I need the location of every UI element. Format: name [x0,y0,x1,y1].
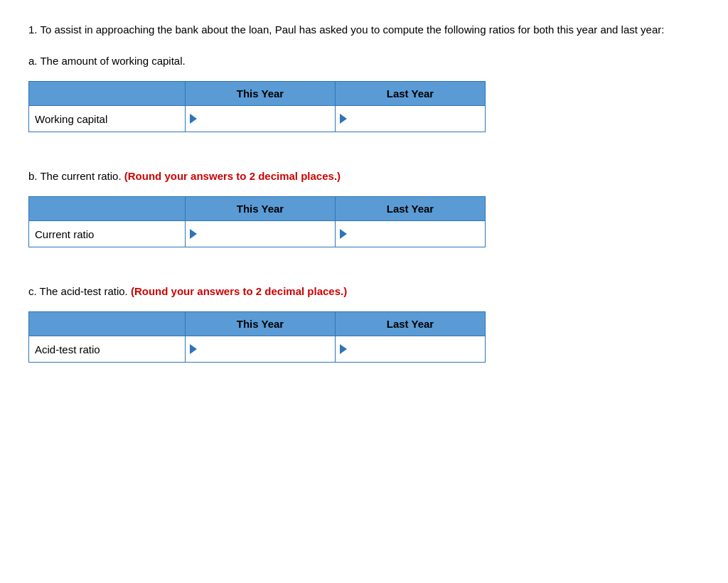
working-capital-last-year-header: Last Year [336,82,486,106]
acid-test-last-year-header: Last Year [336,312,486,336]
acid-test-last-year-arrow [340,344,347,354]
section-b: b. The current ratio. (Round your answer… [28,168,700,247]
acid-test-this-year-input[interactable] [200,343,331,355]
current-ratio-last-year-input[interactable] [350,228,481,240]
section-c-round-note: (Round your answers to 2 decimal places.… [131,285,347,297]
current-ratio-last-year-arrow [340,229,347,239]
section-b-round-note: (Round your answers to 2 decimal places.… [124,170,341,182]
acid-test-last-year-cell[interactable] [336,336,486,363]
working-capital-empty-header [29,82,186,106]
working-capital-label: Working capital [29,106,186,132]
section-c-label: c. The acid-test ratio. (Round your answ… [28,283,700,300]
current-ratio-row: Current ratio [29,221,486,247]
working-capital-last-year-arrow [340,114,347,124]
working-capital-this-year-input[interactable] [200,113,331,125]
working-capital-row: Working capital [29,106,486,132]
current-ratio-this-year-cell[interactable] [186,221,336,247]
current-ratio-last-year-cell[interactable] [336,221,486,247]
section-b-label: b. The current ratio. (Round your answer… [28,168,700,185]
acid-test-this-year-header: This Year [186,312,336,336]
working-capital-last-year-cell[interactable] [336,106,486,132]
working-capital-last-year-input[interactable] [350,113,481,125]
current-ratio-empty-header [29,197,186,221]
acid-test-this-year-cell[interactable] [186,336,336,363]
acid-test-last-year-input[interactable] [350,343,481,355]
acid-test-table: This Year Last Year Acid-test ratio [28,311,486,363]
current-ratio-label: Current ratio [29,221,186,247]
section-c: c. The acid-test ratio. (Round your answ… [28,283,700,363]
acid-test-row: Acid-test ratio [29,336,486,363]
section-a-label: a. The amount of working capital. [28,53,700,70]
current-ratio-this-year-input[interactable] [200,228,331,240]
acid-test-empty-header [29,312,186,336]
current-ratio-table: This Year Last Year Current ratio [28,196,486,247]
working-capital-this-year-header: This Year [186,82,336,106]
working-capital-table: This Year Last Year Working capital [28,81,486,132]
current-ratio-last-year-header: Last Year [336,197,486,221]
working-capital-this-year-arrow [190,114,197,124]
acid-test-this-year-arrow [190,344,197,354]
current-ratio-this-year-header: This Year [186,197,336,221]
working-capital-this-year-cell[interactable] [186,106,336,132]
acid-test-label: Acid-test ratio [29,336,186,363]
section-a: a. The amount of working capital. This Y… [28,53,700,132]
problem-intro: 1. To assist in approaching the bank abo… [28,21,668,38]
current-ratio-this-year-arrow [190,229,197,239]
